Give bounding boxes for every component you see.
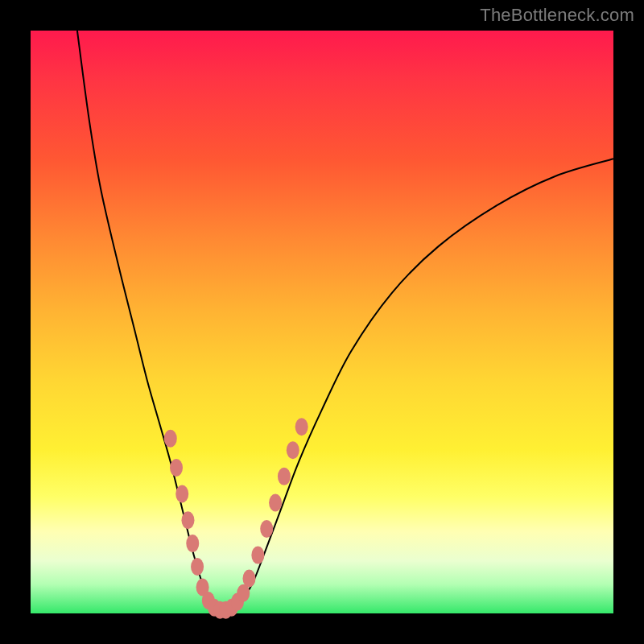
- marker-dot: [295, 418, 308, 436]
- marker-dot: [191, 558, 204, 576]
- marker-dot: [269, 493, 282, 511]
- outer-frame: TheBottleneck.com: [0, 0, 644, 644]
- marker-dot: [287, 441, 299, 459]
- curve-right-branch: [229, 159, 613, 610]
- marker-dot: [175, 485, 188, 503]
- curve-left-branch: [77, 31, 217, 610]
- marker-cluster: [164, 418, 308, 618]
- bottleneck-curve: [77, 31, 613, 610]
- marker-dot: [260, 520, 273, 538]
- watermark-text: TheBottleneck.com: [480, 5, 634, 26]
- marker-dot: [170, 459, 183, 477]
- plot-area: [31, 31, 613, 613]
- marker-dot: [186, 535, 199, 552]
- marker-dot: [164, 430, 177, 448]
- marker-dot: [243, 570, 256, 588]
- marker-dot: [251, 547, 264, 564]
- marker-dot: [181, 511, 194, 529]
- marker-dot: [278, 468, 291, 485]
- chart-svg: [31, 31, 613, 613]
